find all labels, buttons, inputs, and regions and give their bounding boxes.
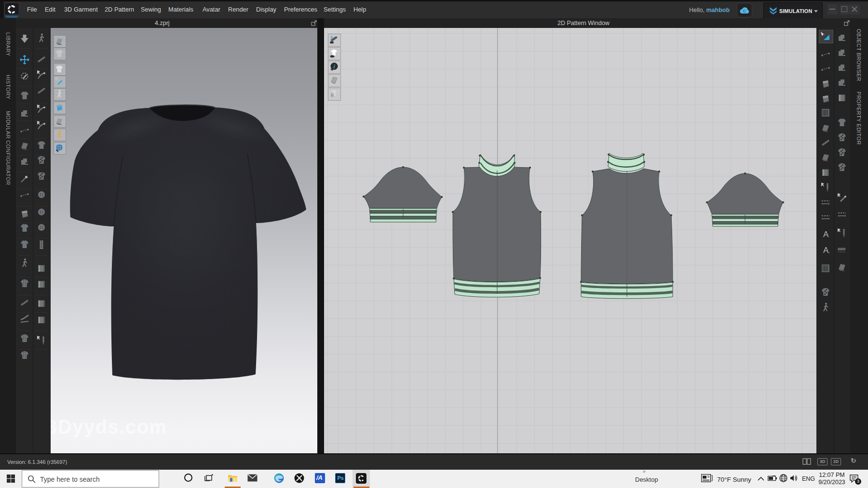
svg-text:C: C: [743, 9, 746, 13]
